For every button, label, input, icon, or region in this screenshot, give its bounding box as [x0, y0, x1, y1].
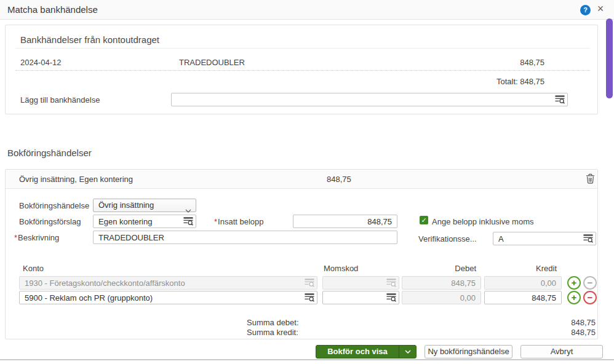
table-row-2-credit-field — [484, 291, 562, 304]
table-row-1-account-field — [19, 276, 317, 290]
event-type-select[interactable]: Övrig insättning — [93, 199, 196, 212]
bank-total-value: 848,75 — [520, 77, 544, 86]
new-accounting-event-button[interactable]: Ny bokföringshändelse — [425, 345, 512, 358]
column-header-account: Konto — [23, 264, 44, 273]
accounting-section-heading: Bokföringshändelser — [7, 148, 92, 158]
matcha-bankhandelse-dialog: Matcha bankhändelse ? × Bankhändelser fr… — [0, 0, 614, 364]
entry-title: Övrig insättning, Egen kontering — [19, 175, 133, 184]
add-bank-event-input[interactable] — [171, 93, 568, 106]
lookup-icon — [305, 278, 314, 287]
voucher-series-input[interactable] — [493, 232, 596, 245]
debit-input — [402, 291, 481, 304]
deposit-amount-label: *Insatt belopp — [214, 217, 264, 226]
table-row-2-vat-field — [322, 291, 399, 304]
cancel-button[interactable]: Avbryt — [520, 345, 603, 358]
lookup-icon — [386, 278, 396, 287]
required-asterisk: * — [14, 233, 17, 242]
column-header-vat: Momskod — [324, 264, 358, 273]
entry-header-row: Övrig insättning, Egen kontering 848,75 — [6, 170, 597, 189]
event-type-label: Bokföringshändelse — [19, 201, 89, 210]
account-input[interactable] — [19, 291, 317, 304]
credit-input[interactable] — [484, 291, 562, 304]
event-type-selected-value: Övrig insättning — [98, 200, 154, 210]
proposal-field — [93, 215, 196, 228]
add-row-icon[interactable]: + — [567, 276, 581, 290]
lookup-icon[interactable] — [555, 95, 565, 104]
proposal-input[interactable] — [93, 215, 196, 228]
add-bank-event-label: Lägg till bankhändelse — [20, 95, 100, 105]
heading-divider — [15, 48, 590, 49]
column-header-credit: Kredit — [484, 264, 562, 273]
table-row-1-vat-field — [322, 276, 399, 290]
voucher-series-field — [493, 232, 596, 245]
lookup-icon[interactable] — [583, 234, 593, 243]
table-row-2-account-field — [19, 291, 317, 304]
sum-credit-label: Summa kredit: — [247, 328, 298, 337]
dialog-titlebar: Matcha bankhändelse ? × — [0, 0, 614, 20]
debit-input — [402, 276, 481, 290]
add-row-icon[interactable]: + — [567, 291, 581, 304]
credit-input — [484, 276, 562, 290]
deposit-amount-field — [293, 215, 397, 228]
dialog-title: Matcha bankhändelse — [7, 4, 98, 15]
entry-amount: 848,75 — [327, 175, 351, 184]
post-options-dropdown[interactable] — [399, 346, 416, 358]
table-row-1-credit-field — [484, 276, 562, 290]
table-row-2-debit-field — [402, 291, 481, 304]
proposal-label: Bokföringsförslag — [19, 217, 81, 226]
sum-debit-label: Summa debet: — [247, 318, 299, 327]
deposit-amount-input[interactable] — [293, 215, 397, 228]
bottom-divider — [0, 359, 614, 360]
bank-section-heading: Bankhändelser från kontoutdraget — [20, 34, 159, 45]
chevron-down-icon — [405, 350, 411, 354]
lookup-icon[interactable] — [183, 216, 193, 226]
close-icon[interactable]: × — [594, 2, 607, 15]
post-and-show-next-label[interactable]: Bokför och visa nästa — [316, 346, 399, 358]
accounting-events-panel: Övrig insättning, Egen kontering 848,75 … — [5, 169, 598, 339]
row-divider — [15, 70, 590, 71]
help-icon[interactable]: ? — [580, 5, 591, 15]
table-row-1-debit-field — [402, 276, 481, 290]
trash-icon[interactable] — [586, 173, 596, 184]
description-field — [93, 231, 397, 244]
description-input[interactable] — [93, 231, 397, 244]
sum-debit-value: 848,75 — [493, 318, 596, 327]
lookup-icon[interactable] — [305, 293, 314, 302]
vat-inclusive-label: Ange belopp inklusive moms — [432, 217, 533, 226]
account-input — [19, 276, 317, 290]
column-header-debit: Debet — [402, 264, 481, 273]
remove-row-icon[interactable]: − — [583, 291, 597, 304]
scrollbar-thumb[interactable] — [606, 18, 613, 98]
remove-row-icon-disabled: − — [583, 276, 597, 290]
post-and-show-next-button[interactable]: Bokför och visa nästa — [316, 345, 417, 358]
bank-total-label: Totalt: — [496, 77, 518, 86]
sum-credit-value: 848,75 — [493, 328, 596, 337]
vat-inclusive-checkbox[interactable]: ✓ — [420, 216, 428, 224]
transaction-date: 2024-04-12 — [20, 58, 62, 67]
description-label: *Beskrivning — [14, 233, 59, 242]
add-bank-event-field — [171, 93, 568, 106]
lookup-icon[interactable] — [386, 293, 396, 302]
transaction-amount: 848,75 — [431, 58, 544, 67]
required-asterisk: * — [214, 217, 217, 226]
bank-total: Totalt: 848,75 — [431, 77, 544, 86]
transaction-description: TRADEDOUBLER — [179, 58, 245, 67]
bank-events-panel: Bankhändelser från kontoutdraget 2024-04… — [5, 25, 598, 114]
voucher-series-label: Verifikationsse... — [418, 234, 477, 243]
